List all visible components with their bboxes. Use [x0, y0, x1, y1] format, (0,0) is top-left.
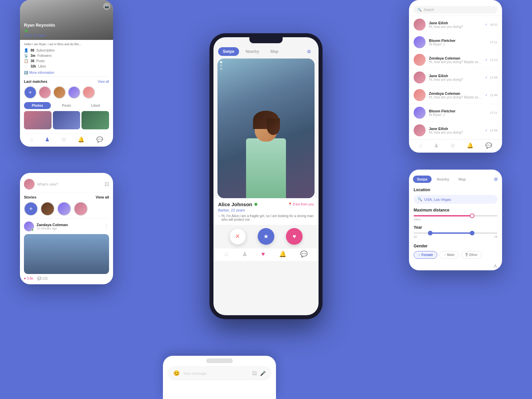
- heart-icon: ♥: [24, 277, 26, 280]
- last-matches: Last matches View all +: [20, 77, 113, 100]
- followers-num: 3m: [31, 54, 35, 58]
- card-dots: [220, 61, 222, 70]
- stat-subscriptions: 👤 88 Subscription: [24, 48, 109, 53]
- photo-thumb-1[interactable]: [24, 111, 52, 129]
- partial-notch: [206, 358, 233, 363]
- nav-home[interactable]: ⌂: [30, 137, 33, 143]
- photo-grid: [20, 111, 113, 133]
- filter-tab-map[interactable]: Map: [455, 176, 470, 183]
- post-options-button[interactable]: ⋮: [104, 223, 109, 230]
- add-story-button[interactable]: +: [24, 202, 38, 216]
- tab-map[interactable]: Map: [266, 47, 283, 56]
- collapse-btn[interactable]: ∧: [409, 261, 502, 270]
- location-input[interactable]: 🔍 USA, Las-Vegas: [414, 195, 497, 204]
- skip-button[interactable]: ✕: [229, 228, 246, 245]
- photo-thumb-2[interactable]: [53, 111, 80, 129]
- posts-num: 38: [31, 59, 34, 63]
- filter-tab-swipe[interactable]: Swipe: [413, 176, 432, 183]
- profile-name-bar: Ryan Reynolds Actor, 42 years: [24, 23, 55, 37]
- tab-nearby[interactable]: Nearby: [241, 47, 264, 56]
- post-actions: ♥ 3.8k 💬 132: [24, 274, 109, 282]
- tab-photos[interactable]: Photos: [24, 102, 51, 109]
- gender-female[interactable]: ♀ Female: [414, 251, 437, 259]
- msg-item-1[interactable]: Bloom Fletcher Hi Ryan! :) 17:11: [409, 34, 502, 51]
- msg-check-4: ✓: [485, 93, 488, 97]
- tab-liked[interactable]: Liked: [82, 102, 109, 109]
- match-avatar-1[interactable]: [39, 86, 51, 99]
- like-button[interactable]: ♥: [286, 228, 303, 245]
- post-card: Zandaya Coleman 10 minutes ago ⋮ ♥ 3.8k …: [20, 219, 113, 284]
- main-nav-heart[interactable]: ♥: [261, 251, 265, 258]
- story-2[interactable]: [57, 202, 71, 216]
- distance-section: Maximum distance 20km: [409, 206, 502, 224]
- tab-posts[interactable]: Posts: [53, 102, 80, 109]
- card-name: Alice Johnson: [218, 201, 252, 207]
- nav-messages[interactable]: 💬: [96, 136, 103, 143]
- gender-other[interactable]: ⚧ Other: [461, 251, 482, 259]
- swipe-card[interactable]: [217, 59, 315, 198]
- post-like-button[interactable]: ♥ 3.8k: [24, 277, 33, 280]
- view-all-matches[interactable]: View all: [98, 80, 109, 83]
- msgs-nav-home[interactable]: ⌂: [419, 143, 422, 149]
- msgs-nav-notifications[interactable]: 🔔: [467, 142, 473, 149]
- msgs-nav-profile[interactable]: ♟: [434, 142, 439, 149]
- last-matches-title: Last matches: [24, 79, 47, 83]
- main-nav-notifications[interactable]: 🔔: [279, 250, 286, 258]
- emoji-icon: 😊: [173, 370, 180, 376]
- filter-button[interactable]: ⚙: [304, 47, 314, 57]
- msg-name-1: Bloom Fletcher: [429, 39, 485, 43]
- msg-item-3[interactable]: Jane Eilish Hi, how are you doing? ✓ 11:…: [409, 69, 502, 86]
- image-upload-icon[interactable]: 🖼: [104, 182, 109, 187]
- msg-item-4[interactable]: Zendaya Coleman Hi, how are you doing? M…: [409, 86, 502, 104]
- msg-item-5[interactable]: Bloom Fletcher Hi Ryan! :) 17:11: [409, 104, 502, 122]
- filter-tab-nearby[interactable]: Nearby: [433, 176, 453, 183]
- year-fill: [430, 232, 472, 234]
- msgs-nav-search[interactable]: ⊙: [451, 142, 455, 149]
- story-1[interactable]: [41, 202, 55, 216]
- match-avatar-2[interactable]: [53, 86, 66, 99]
- camera-icon[interactable]: 📷: [103, 3, 110, 10]
- phone-main-inner: Swipe Nearby Map ⚙: [213, 37, 319, 315]
- tab-swipe[interactable]: Swipe: [218, 47, 239, 56]
- main-nav-home[interactable]: ⌂: [224, 251, 228, 258]
- msg-item-0[interactable]: Jane Eilish Hi, how are you doing? ✓ 18:…: [409, 16, 502, 34]
- msg-avatar-1: [414, 36, 426, 48]
- year-thumb-to[interactable]: [470, 231, 474, 235]
- post-comment-button[interactable]: 💬 132: [37, 277, 48, 280]
- nav-notifications[interactable]: 🔔: [78, 136, 84, 143]
- msg-item-2[interactable]: Zendaya Coleman Hi, how are you doing? M…: [409, 51, 502, 69]
- phone-messages: 🔍 Search Jane Eilish Hi, how are you doi…: [409, 0, 502, 153]
- photo-thumb-3[interactable]: [81, 111, 109, 129]
- social-input[interactable]: What's new?: [37, 182, 102, 186]
- star-button[interactable]: ★: [258, 228, 274, 245]
- msg-time-3: 11:58: [490, 76, 497, 79]
- msg-preview-0: Hi, how are you doing?: [429, 25, 482, 29]
- year-thumb-from[interactable]: [428, 231, 433, 235]
- year-range: 20 28: [414, 235, 497, 238]
- message-search-bar[interactable]: 🔍 Search: [414, 6, 497, 14]
- nav-search[interactable]: ⊙: [62, 136, 66, 143]
- msg-avatar-0: [414, 19, 426, 31]
- post-user-online: [31, 229, 34, 231]
- card-info: Alice Johnson 📍 8 km from you Barber, 22…: [213, 198, 319, 225]
- story-3[interactable]: [74, 202, 88, 216]
- msg-item-6[interactable]: Jane Eilish Hi, how are you doing? ✓ 11:…: [409, 122, 502, 139]
- main-nav-messages[interactable]: 💬: [300, 250, 308, 258]
- likes-label: Likes: [38, 65, 46, 68]
- more-info-link[interactable]: ℹ️ More information: [20, 69, 113, 76]
- phone-profile: Ryan Reynolds Actor, 42 years 📷 Hello! I…: [20, 0, 113, 147]
- message-input-bar[interactable]: 😊 Your message... 🖼 🎤: [168, 366, 271, 380]
- msgs-nav-messages[interactable]: 💬: [485, 142, 492, 149]
- filter-settings-icon[interactable]: ⚙: [494, 177, 498, 182]
- messages-top-bar: 🔍 Search: [409, 3, 502, 16]
- msg-name-2: Zendaya Coleman: [429, 56, 482, 60]
- gender-male[interactable]: ♂ Male: [439, 251, 459, 259]
- distance-thumb[interactable]: [470, 213, 474, 218]
- nav-profile[interactable]: ♟: [45, 136, 50, 143]
- match-avatar-4[interactable]: [82, 86, 95, 99]
- main-nav-profile[interactable]: ♟: [242, 250, 247, 258]
- profile-tabs: Photos Posts Liked: [20, 100, 113, 111]
- view-all-stories[interactable]: View all: [96, 195, 109, 199]
- match-avatar-3[interactable]: [68, 86, 80, 99]
- add-match-button[interactable]: +: [24, 86, 37, 99]
